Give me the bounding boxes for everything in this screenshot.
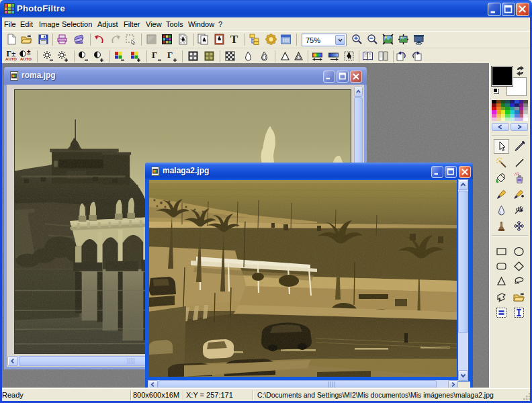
svg-text:Γ: Γ xyxy=(167,50,173,60)
svg-text:Γ: Γ xyxy=(152,50,157,60)
